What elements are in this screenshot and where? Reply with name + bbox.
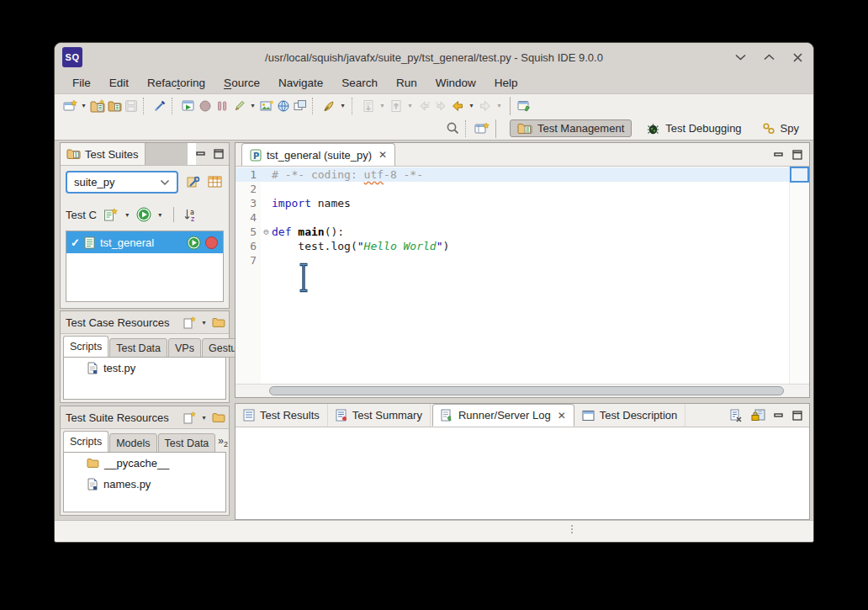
minimize-editor-button[interactable] [774, 151, 784, 159]
menu-item-navigate[interactable]: Navigate [269, 74, 332, 92]
tab-test-results[interactable]: Test Results [236, 404, 328, 427]
new-resource-button[interactable] [183, 411, 196, 424]
web-browser-button[interactable] [275, 96, 292, 116]
menu-item-run[interactable]: Run [387, 74, 426, 92]
code-line-6[interactable]: 6 test.log("Hello World") [236, 239, 789, 253]
menu-item-window[interactable]: Window [426, 74, 485, 92]
object-map-dropdown[interactable]: ▾ [337, 102, 348, 109]
window-close-button[interactable] [791, 51, 803, 63]
minimize-view-button[interactable] [196, 150, 206, 158]
tab-models[interactable]: Models [109, 433, 156, 453]
run-test-case-button[interactable] [187, 236, 201, 250]
code-line-3[interactable]: 3import names [236, 196, 789, 210]
back-dropdown[interactable]: ▾ [466, 102, 477, 109]
tab-scripts[interactable]: Scripts [63, 336, 108, 358]
clear-log-button[interactable] [729, 409, 743, 422]
folder-row-pycache[interactable]: __pycache__ [64, 453, 225, 474]
open-folder-button[interactable] [212, 412, 225, 423]
back-button[interactable] [449, 96, 466, 116]
new-resource-dropdown[interactable]: ▾ [198, 414, 209, 422]
run-test-suite-dropdown[interactable]: ▾ [155, 211, 166, 219]
editor-horizontal-scrollbar[interactable] [236, 384, 809, 397]
tab-test-data[interactable]: Test Data [109, 338, 167, 358]
window-maximize-button[interactable] [763, 51, 775, 63]
suite-selector-combo[interactable]: suite_py [66, 171, 178, 194]
perspective-test-debugging-button[interactable]: Test Debugging [640, 119, 747, 138]
tab-runner-server-log[interactable]: Runner/Server Log ✕ [432, 404, 574, 427]
editor-tab-tst-general[interactable]: P tst_general (suite_py) ✕ [241, 143, 395, 166]
check-mark[interactable]: ✓ [71, 236, 80, 249]
run-test-suite-button[interactable] [135, 206, 152, 223]
check-in-dropdown[interactable]: ▾ [377, 102, 388, 109]
editor-tab-close-icon[interactable]: ✕ [377, 149, 387, 161]
window-minimize-button[interactable] [734, 51, 746, 63]
next-edit-button[interactable] [432, 96, 449, 116]
fold-marker[interactable]: ⊖ [261, 225, 272, 239]
title-bar[interactable]: SQ /usr/local/squish/javafx/suite_py/tst… [55, 43, 813, 72]
open-editor-button[interactable] [516, 96, 532, 116]
maximize-view-button[interactable] [214, 149, 224, 159]
tab-overflow-chevron[interactable]: »2 [216, 435, 230, 448]
overview-ruler[interactable] [789, 167, 809, 384]
menu-item-edit[interactable]: Edit [100, 74, 138, 92]
server-settings-button[interactable] [207, 173, 224, 190]
new-test-suite-button[interactable] [89, 96, 106, 116]
resize-grip[interactable] [571, 525, 573, 533]
menu-item-file[interactable]: File [63, 74, 100, 92]
object-map-button[interactable] [320, 96, 337, 116]
record-button[interactable] [197, 96, 214, 116]
new-wizard-dropdown[interactable]: ▾ [78, 102, 89, 109]
add-snapshot-button[interactable] [258, 96, 275, 116]
test-case-row[interactable]: ✓ tst_general [66, 231, 223, 253]
check-out-button[interactable] [388, 96, 405, 116]
code-line-5[interactable]: 5⊖def main(): [236, 225, 789, 239]
menu-item-help[interactable]: Help [485, 74, 527, 92]
code-line-2[interactable]: 2 [236, 182, 789, 196]
open-perspective-button[interactable] [474, 119, 490, 139]
record-test-case-button[interactable] [204, 236, 219, 250]
tab-test-summary[interactable]: Test Summary [328, 404, 431, 427]
new-test-case-dropdown[interactable]: ▾ [122, 211, 133, 219]
tab-test-data[interactable]: Test Data [158, 433, 216, 453]
perspective-test-management-button[interactable]: Test Management [510, 119, 632, 137]
scroll-lock-button[interactable] [751, 409, 765, 422]
file-row-test-py[interactable]: test.py [64, 358, 225, 379]
record-snippet-button[interactable] [230, 96, 247, 116]
suite-settings-button[interactable] [185, 173, 202, 190]
new-wizard-button[interactable] [61, 96, 78, 116]
menu-item-refactoring[interactable]: Refactoring [138, 74, 214, 92]
code-editor[interactable]: 1# -*- coding: utf-8 -*-23import names45… [236, 167, 789, 384]
minimize-panel-button[interactable] [774, 411, 784, 420]
maximize-panel-button[interactable] [792, 411, 802, 421]
perspective-spy-button[interactable]: Spy [756, 119, 805, 138]
tab-scripts[interactable]: Scripts [63, 431, 108, 453]
previous-edit-button[interactable] [415, 96, 432, 116]
new-resource-button[interactable] [183, 316, 196, 329]
new-window-button[interactable] [292, 96, 309, 116]
check-out-dropdown[interactable]: ▾ [405, 102, 415, 109]
horizontal-scrollbar-thumb[interactable] [269, 386, 784, 395]
object-picker-button[interactable] [151, 96, 168, 116]
record-snippet-dropdown[interactable]: ▾ [247, 102, 258, 109]
new-test-case-button-small[interactable] [103, 206, 119, 223]
test-suites-view-tab[interactable]: Test Suites [61, 143, 146, 165]
menu-item-search[interactable]: Search [332, 74, 387, 92]
pause-button[interactable] [214, 96, 230, 116]
menu-item-source[interactable]: Source [214, 74, 269, 92]
forward-button[interactable] [477, 96, 494, 116]
new-resource-dropdown[interactable]: ▾ [198, 319, 209, 326]
code-line-7[interactable]: 7 [236, 253, 789, 268]
view-drag-handle[interactable] [146, 143, 188, 165]
code-line-4[interactable]: 4 [236, 210, 789, 225]
code-line-1[interactable]: 1# -*- coding: utf-8 -*- [236, 167, 789, 182]
new-test-case-button[interactable] [106, 96, 123, 116]
forward-dropdown[interactable]: ▾ [494, 102, 505, 109]
maximize-editor-button[interactable] [792, 150, 802, 160]
file-row-names-py[interactable]: names.py [64, 474, 225, 495]
launch-aut-button[interactable] [180, 96, 197, 116]
tab-test-description[interactable]: Test Description [574, 404, 685, 427]
save-button[interactable] [123, 96, 140, 116]
search-button[interactable] [445, 119, 462, 139]
tab-vps[interactable]: VPs [168, 338, 201, 358]
tab-close-icon[interactable]: ✕ [556, 410, 566, 422]
